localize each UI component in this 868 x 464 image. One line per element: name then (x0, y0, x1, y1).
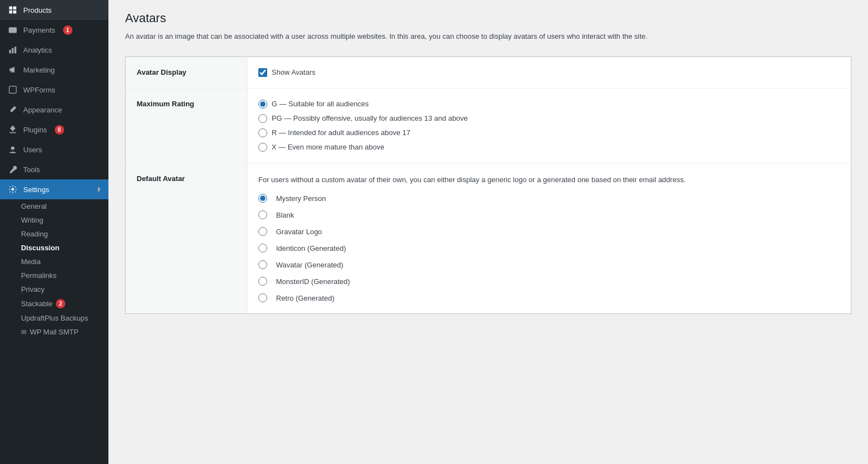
sidebar-item-payments[interactable]: Payments 1 (0, 20, 108, 40)
avatar-mystery-radio[interactable] (258, 194, 267, 203)
rating-g-radio[interactable] (258, 100, 267, 109)
avatar-wavatar-label[interactable]: Wavatar (Generated) (276, 261, 387, 269)
sidebar-label-wpforms: WPForms (23, 86, 55, 94)
submenu-wpmailsmtp[interactable]: ✉ WP Mail SMTP (0, 325, 108, 339)
mail-icon: ✉ (21, 328, 27, 336)
submenu-general[interactable]: General (0, 199, 108, 213)
avatar-wavatar-row: Wavatar (Generated) (258, 260, 840, 269)
wrench-icon (8, 164, 18, 174)
avatar-mystery-row: Mystery Person (258, 194, 840, 203)
avatar-display-label: Avatar Display (126, 56, 247, 88)
plugins-badge: 8 (55, 125, 64, 135)
submenu-writing[interactable]: Writing (0, 213, 108, 227)
avatar-identicon-label[interactable]: Identicon (Generated) (276, 244, 387, 252)
maximum-rating-cell: G — Suitable for all audiences PG — Poss… (247, 88, 851, 163)
rating-r-label[interactable]: R — Intended for adult audiences above 1… (272, 128, 410, 137)
submenu-permalinks[interactable]: Permalinks (0, 269, 108, 282)
sidebar-item-products[interactable]: Products (0, 0, 108, 20)
svg-rect-0 (9, 7, 13, 10)
submenu-privacy[interactable]: Privacy (0, 282, 108, 296)
maximum-rating-label: Maximum Rating (126, 88, 247, 163)
avatar-gravatar-radio[interactable] (258, 227, 267, 236)
avatar-blank-label[interactable]: Blank (276, 211, 387, 219)
show-avatars-row: Show Avatars (258, 68, 840, 77)
rating-x-row: X — Even more mature than above (258, 143, 840, 152)
sidebar-label-analytics: Analytics (23, 46, 52, 54)
payments-badge: 1 (63, 25, 72, 35)
submenu-reading[interactable]: Reading (0, 227, 108, 241)
sidebar-item-settings[interactable]: Settings (0, 179, 108, 199)
svg-rect-3 (13, 11, 17, 14)
settings-arrow (98, 187, 101, 192)
sidebar-item-plugins[interactable]: Plugins 8 (0, 120, 108, 140)
avatar-wavatar-radio[interactable] (258, 260, 267, 269)
page-description: An avatar is an image that can be associ… (125, 31, 734, 43)
svg-rect-7 (14, 47, 16, 53)
rating-r-radio[interactable] (258, 128, 267, 137)
submenu-discussion[interactable]: Discussion (0, 241, 108, 255)
bar-chart-icon (8, 45, 18, 55)
avatar-display-row: Avatar Display Show Avatars (126, 56, 851, 88)
user-icon (8, 145, 18, 154)
svg-point-11 (12, 188, 14, 191)
default-avatar-row: Default Avatar For users without a custo… (126, 163, 851, 314)
sidebar-label-products: Products (23, 6, 51, 14)
svg-rect-8 (9, 86, 17, 94)
submenu-stackable[interactable]: Stackable 2 (0, 296, 108, 311)
rating-pg-row: PG — Possibly offensive, usually for aud… (258, 114, 840, 123)
sidebar-label-users: Users (23, 146, 42, 154)
avatar-monsterid-label[interactable]: MonsterID (Generated) (276, 277, 387, 286)
sidebar-label-appearance: Appearance (23, 106, 62, 114)
grid-icon (8, 5, 18, 15)
main-content: Avatars An avatar is an image that can b… (108, 0, 868, 464)
sidebar-item-analytics[interactable]: Analytics (0, 40, 108, 60)
avatar-gravatar-label[interactable]: Gravatar Logo (276, 228, 387, 236)
page-title: Avatars (125, 11, 851, 25)
default-avatar-cell: For users without a custom avatar of the… (247, 163, 851, 314)
sidebar-item-marketing[interactable]: Marketing (0, 60, 108, 80)
svg-point-10 (11, 146, 14, 149)
avatar-monsterid-row: MonsterID (Generated) (258, 277, 840, 286)
avatar-identicon-row: Identicon (Generated) (258, 244, 840, 252)
default-avatar-description: For users without a custom avatar of the… (258, 174, 756, 185)
sidebar-item-wpforms[interactable]: WPForms (0, 80, 108, 100)
maximum-rating-row: Maximum Rating G — Suitable for all audi… (126, 88, 851, 163)
sidebar-item-tools[interactable]: Tools (0, 159, 108, 179)
avatar-blank-radio[interactable] (258, 210, 267, 219)
avatar-blank-row: Blank (258, 210, 840, 219)
avatar-options: Mystery Person Blank Gravatar Logo Ident… (258, 194, 840, 302)
rating-g-label[interactable]: G — Suitable for all audiences (272, 100, 369, 108)
show-avatars-checkbox[interactable] (258, 68, 267, 77)
avatar-monsterid-radio[interactable] (258, 277, 267, 286)
avatar-mystery-label[interactable]: Mystery Person (276, 194, 387, 203)
rating-x-label[interactable]: X — Even more mature than above (272, 143, 384, 151)
rating-x-radio[interactable] (258, 143, 267, 152)
sidebar-item-appearance[interactable]: Appearance (0, 100, 108, 120)
sidebar-label-plugins: Plugins (23, 126, 47, 134)
sidebar-label-settings: Settings (23, 185, 49, 194)
sidebar: Products Payments 1 Analytics Marketing … (0, 0, 108, 464)
avatar-identicon-radio[interactable] (258, 244, 267, 252)
submenu-updraftplus[interactable]: UpdraftPlus Backups (0, 311, 108, 325)
rating-pg-label[interactable]: PG — Possibly offensive, usually for aud… (272, 114, 468, 122)
megaphone-icon (8, 65, 18, 75)
settings-table: Avatar Display Show Avatars Maximum Rati… (125, 56, 851, 315)
svg-rect-6 (12, 48, 13, 54)
avatar-retro-radio[interactable] (258, 293, 267, 302)
sidebar-label-marketing: Marketing (23, 66, 55, 74)
brush-icon (8, 105, 18, 115)
rating-options: G — Suitable for all audiences PG — Poss… (258, 100, 840, 152)
rating-r-row: R — Intended for adult audiences above 1… (258, 128, 840, 137)
show-avatars-label[interactable]: Show Avatars (272, 68, 315, 76)
submenu-media[interactable]: Media (0, 255, 108, 269)
form-icon (8, 85, 18, 95)
rating-pg-radio[interactable] (258, 114, 267, 123)
svg-rect-2 (9, 11, 13, 14)
avatar-gravatar-row: Gravatar Logo (258, 227, 840, 236)
svg-rect-4 (9, 27, 17, 33)
svg-rect-1 (13, 7, 17, 10)
sidebar-item-users[interactable]: Users (0, 140, 108, 159)
avatar-retro-label[interactable]: Retro (Generated) (276, 294, 387, 302)
svg-rect-9 (9, 132, 15, 133)
svg-rect-5 (9, 50, 11, 53)
